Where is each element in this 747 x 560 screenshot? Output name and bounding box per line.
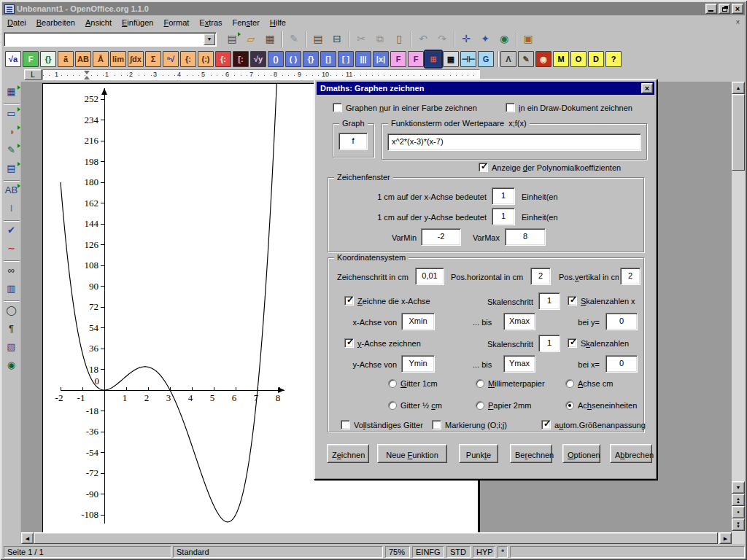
margin-marker[interactable] [84, 71, 90, 79]
scroll-left-button[interactable]: ◀ [21, 532, 34, 544]
checkbox-autosize[interactable]: autom.Größenanpassung [541, 420, 646, 429]
sqrt-a-icon[interactable]: √a [5, 51, 21, 67]
url-dropdown-button[interactable]: ▼ [204, 34, 215, 45]
hyperlink-dialog-icon[interactable]: ◉ [495, 31, 513, 48]
insert-frame-icon[interactable]: ▭ [4, 106, 20, 122]
function-pink-icon[interactable]: F [390, 51, 406, 67]
punkte-button[interactable]: Punkte [459, 444, 498, 463]
undo-icon[interactable]: ↶ [414, 31, 432, 48]
dmaths-spiral-icon[interactable]: ◉ [535, 51, 551, 67]
new-document-icon[interactable]: ▤ [223, 31, 241, 48]
geometry-g-icon[interactable]: G [478, 51, 494, 67]
dialog-titlebar[interactable]: Dmaths: Graphen zeichnen × [317, 82, 654, 95]
menu-einfuegen[interactable]: Einfügen [117, 17, 158, 28]
y-at-field[interactable]: 0 [605, 355, 638, 373]
graph-window-icon[interactable]: ⊞ [425, 51, 441, 67]
insert-fields-icon[interactable]: AB [4, 182, 20, 198]
function-f-icon[interactable]: F [23, 51, 39, 67]
scale-step-x-field[interactable]: 1 [538, 292, 560, 310]
open-document-icon[interactable]: ▱ [242, 31, 260, 48]
bracket-small-icon[interactable]: [] [320, 51, 336, 67]
checkbox-poly-coefficients[interactable]: Anzeige der Polynomialkoeffizienten [479, 163, 621, 172]
horizontal-scrollbar[interactable]: ◀ ▶ [21, 532, 732, 544]
y-to-field[interactable]: Ymax [503, 355, 535, 373]
scroll-down-button[interactable]: ▼ [732, 481, 745, 494]
system-brace-icon[interactable]: {: [180, 51, 196, 67]
radio-achseneinheiten[interactable]: Achseneinheiten [565, 401, 637, 410]
insert-table-icon[interactable]: ▦ [4, 84, 20, 100]
limit-icon[interactable]: lim [110, 51, 126, 67]
zoom-level[interactable]: 75% [385, 546, 410, 558]
neue-funktion-button[interactable]: Neue Funktion [377, 444, 447, 463]
radio-gitter-1cm[interactable]: Gitter 1cm [388, 379, 438, 388]
nth-root-icon[interactable]: ⁿ√ [163, 51, 179, 67]
function-cursor-pink-icon[interactable]: F [408, 51, 424, 67]
checkbox-scale-numbers-x[interactable]: Skalenzahlen x [568, 296, 635, 306]
angle-a-icon[interactable]: Â [93, 51, 109, 67]
dmaths-d-icon[interactable]: D [588, 51, 604, 67]
gallery-icon[interactable]: ▣ [519, 31, 537, 48]
step-field[interactable]: 0,01 [415, 268, 444, 285]
radio-papier-2mm[interactable]: Papier 2mm [476, 401, 531, 410]
auto-spellcheck-icon[interactable]: ∼ [4, 241, 20, 257]
binomial-paren-icon[interactable]: (:) [198, 51, 214, 67]
menu-format[interactable]: Format [158, 17, 194, 28]
function-term-input[interactable]: x^2*(x-3)*(x-7) [387, 133, 641, 151]
grid-icon[interactable]: ▦ [443, 51, 459, 67]
scroll-right-button[interactable]: ▶ [719, 532, 732, 544]
navigator-icon[interactable]: ✛ [457, 31, 475, 48]
paren-small-icon[interactable]: () [268, 51, 284, 67]
data-sources-icon[interactable]: ▥ [4, 281, 20, 297]
online-layout-icon[interactable]: ◉ [4, 357, 20, 373]
nonprinting-chars-icon[interactable]: ¶ [4, 321, 20, 337]
menu-datei[interactable]: Datei [2, 17, 31, 28]
edit-file-icon[interactable]: ✎ [285, 31, 303, 48]
x-scale-field[interactable]: 1 [492, 187, 515, 205]
axis-unit-icon[interactable]: ⊣⊢ [460, 51, 476, 67]
vertical-scrollbar[interactable]: ▲ ▼ ▲▲ ● ▼▼ [732, 82, 745, 544]
dialog-close-button[interactable]: × [641, 83, 653, 93]
page-style[interactable]: Standard [173, 546, 383, 558]
help-question-icon[interactable]: ? [605, 51, 622, 67]
option-o-icon[interactable]: O [570, 51, 587, 67]
zoom-icon[interactable]: ◯ [4, 303, 20, 319]
graph-name-field[interactable]: f [338, 133, 368, 150]
checkbox-draw-document[interactable]: in ein Draw-Dokument zeichnen [506, 103, 632, 112]
zeichnen-button[interactable]: Zeichnen [327, 444, 369, 463]
menu-hilfe[interactable]: Hilfe [265, 17, 291, 28]
spellcheck-icon[interactable]: ✔ [4, 222, 20, 238]
system-brace-red-icon[interactable]: {: [215, 51, 231, 67]
copy-icon[interactable]: ⧉ [371, 31, 389, 48]
minimize-button[interactable] [705, 4, 717, 14]
matrix-bracket-dark-icon[interactable]: [: [233, 51, 249, 67]
paren-large-icon[interactable]: ( ) [285, 51, 301, 67]
tab-type-selector[interactable]: L [24, 69, 42, 80]
pencil-edit-icon[interactable]: ✎ [518, 51, 534, 67]
abs-value-icon[interactable]: |x| [373, 51, 389, 67]
radio-millimeterpapier[interactable]: Millimeterpapier [476, 379, 545, 388]
url-input[interactable] [4, 33, 203, 46]
save-document-icon[interactable]: ▦ [261, 31, 279, 48]
horizontal-scroll-thumb[interactable] [34, 532, 718, 544]
selection-mode[interactable]: STD [446, 546, 471, 558]
next-page-button[interactable]: ▼▼ [732, 518, 745, 531]
brace-pair-icon[interactable]: {} [303, 51, 319, 67]
checkbox-markierung[interactable]: Markierung (O;i;j) [432, 420, 507, 429]
varmin-field[interactable]: -2 [421, 228, 461, 246]
checkbox-scale-numbers-y[interactable]: Skalenzahlen [568, 338, 629, 348]
checkbox-draw-x-axis[interactable]: Zeichne die x-Achse [344, 296, 430, 306]
segment-ab-icon[interactable]: AB [75, 51, 91, 67]
abbrechen-button[interactable]: Abbrechen [610, 444, 652, 463]
direct-cursor-icon[interactable]: I [4, 201, 20, 217]
restore-button[interactable] [719, 4, 730, 14]
radio-gitter-halb-cm[interactable]: Gitter ½ cm [388, 401, 442, 410]
hyperlink-mode[interactable]: HYP [473, 546, 495, 558]
integral-icon[interactable]: ∫dx [128, 51, 144, 67]
export-pdf-icon[interactable]: ▤ [309, 31, 327, 48]
pos-vertical-field[interactable]: 2 [620, 268, 640, 285]
insert-object-icon[interactable]: ◑ [4, 124, 20, 140]
graphics-on-off-icon[interactable]: ▧ [4, 339, 20, 355]
x-to-field[interactable]: Xmax [503, 313, 535, 330]
radio-achse-cm[interactable]: Achse cm [565, 379, 613, 388]
vector-a-icon[interactable]: ā [58, 51, 74, 67]
